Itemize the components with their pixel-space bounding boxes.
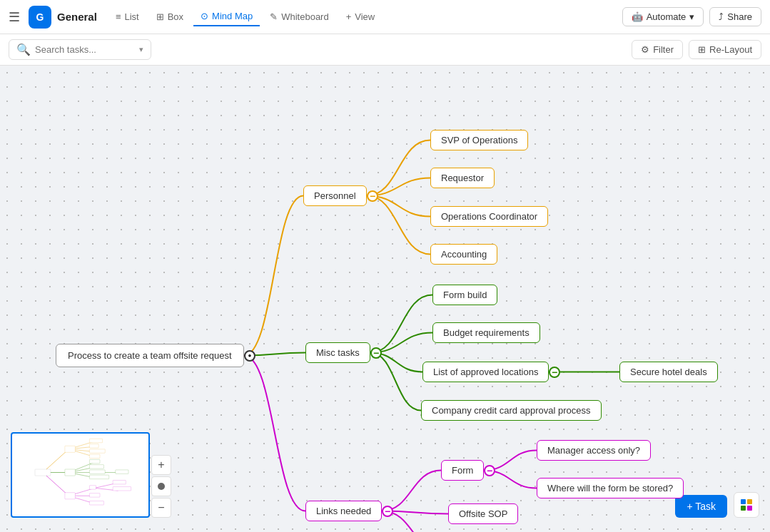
add-task-label: + Task bbox=[687, 501, 716, 512]
mindmap-node-budget[interactable]: Budget requirements bbox=[432, 322, 540, 343]
svg-rect-28 bbox=[89, 475, 108, 479]
list-icon: ≡ bbox=[116, 11, 121, 22]
mindmap-icon: ⊙ bbox=[201, 11, 208, 21]
tab-mindmap-label: Mind Map bbox=[212, 11, 253, 21]
grid-icon bbox=[739, 498, 754, 512]
mindmap-line-personnel-svp bbox=[367, 140, 430, 196]
svg-rect-21 bbox=[89, 439, 102, 442]
svg-rect-37 bbox=[741, 506, 746, 511]
svg-rect-36 bbox=[747, 499, 752, 504]
zoom-out-button[interactable]: − bbox=[151, 498, 171, 518]
svg-rect-23 bbox=[89, 449, 105, 453]
mindmap-line-personnel-accounting bbox=[367, 196, 430, 255]
automate-button[interactable]: 🤖 Automate ▾ bbox=[622, 7, 704, 26]
automate-label: Automate bbox=[647, 11, 687, 22]
tab-list[interactable]: ≡ List bbox=[108, 8, 146, 26]
add-task-button[interactable]: + Task bbox=[675, 495, 727, 518]
svg-rect-30 bbox=[89, 486, 96, 489]
header: ☰ G General ≡ List ⊞ Box ⊙ Mind Map ✎ Wh… bbox=[0, 0, 770, 34]
tab-mindmap[interactable]: ⊙ Mind Map bbox=[193, 7, 260, 26]
relayout-button[interactable]: ⊞ Re-Layout bbox=[689, 40, 761, 59]
search-input[interactable] bbox=[35, 44, 135, 55]
whiteboard-icon: ✎ bbox=[270, 11, 278, 22]
zoom-indicator bbox=[151, 476, 171, 496]
mindmap-line-links-form bbox=[382, 471, 441, 511]
menu-icon[interactable]: ☰ bbox=[9, 9, 20, 25]
automate-icon: 🤖 bbox=[632, 11, 643, 22]
filter-button[interactable]: ⚙ Filter bbox=[632, 40, 683, 59]
search-icon: 🔍 bbox=[16, 43, 31, 56]
mindmap-node-securehotel[interactable]: Secure hotel deals bbox=[619, 362, 718, 382]
svg-rect-29 bbox=[116, 470, 128, 474]
connector-personnel[interactable]: − bbox=[367, 190, 378, 202]
mindmap-line-misc-ccapproval bbox=[370, 353, 421, 411]
canvas: + − + Task Process to create a team offs… bbox=[0, 66, 770, 532]
share-button[interactable]: ⤴ Share bbox=[709, 7, 761, 26]
mindmap-node-form[interactable]: Form bbox=[441, 460, 484, 481]
app-title: General bbox=[57, 11, 97, 23]
minimap-inner bbox=[12, 434, 148, 516]
toolbar: 🔍 ▾ ⚙ Filter ⊞ Re-Layout bbox=[0, 34, 770, 66]
svg-line-0 bbox=[43, 449, 69, 473]
grid-view-button[interactable] bbox=[734, 492, 759, 518]
svg-line-11 bbox=[43, 473, 69, 496]
connector-approvedloc[interactable]: − bbox=[549, 367, 560, 378]
mindmap-node-requestor[interactable]: Requestor bbox=[430, 168, 495, 188]
connector-misc[interactable]: − bbox=[370, 347, 382, 359]
svg-rect-31 bbox=[89, 493, 100, 497]
share-label: Share bbox=[727, 11, 752, 22]
header-right: 🤖 Automate ▾ ⤴ Share bbox=[622, 7, 761, 26]
mindmap-node-offsite[interactable]: Offsite SOP bbox=[448, 503, 518, 524]
connector-root[interactable]: ● bbox=[244, 350, 255, 362]
mindmap-node-svp[interactable]: SVP of Operations bbox=[430, 130, 528, 150]
svg-rect-24 bbox=[89, 454, 100, 458]
mindmap-node-manageraccess[interactable]: Manager access only? bbox=[537, 440, 651, 461]
tab-box-label: Box bbox=[168, 11, 183, 22]
minimap bbox=[11, 432, 150, 518]
svg-rect-18 bbox=[65, 446, 76, 452]
svg-rect-35 bbox=[741, 499, 746, 504]
svg-rect-33 bbox=[113, 480, 126, 484]
tab-view-label: View bbox=[355, 11, 375, 22]
tab-whiteboard-label: Whiteboard bbox=[281, 11, 328, 22]
mindmap-node-ccapproval[interactable]: Company credit card approval process bbox=[421, 400, 602, 421]
connector-form[interactable]: − bbox=[484, 465, 495, 476]
svg-rect-34 bbox=[113, 487, 131, 491]
mindmap-line-root-links bbox=[244, 356, 305, 511]
svg-rect-20 bbox=[65, 493, 76, 499]
mindmap-node-accounting[interactable]: Accounting bbox=[430, 244, 497, 265]
svg-rect-27 bbox=[89, 470, 105, 474]
mindmap-node-formbuild[interactable]: Form build bbox=[432, 285, 497, 305]
tab-whiteboard[interactable]: ✎ Whiteboard bbox=[263, 8, 335, 26]
automate-chevron-icon: ▾ bbox=[689, 11, 694, 22]
mindmap-node-links[interactable]: Links needed bbox=[305, 501, 382, 521]
mindmap-node-opcoord[interactable]: Operations Coordinator bbox=[430, 206, 548, 227]
mindmap-node-formstored[interactable]: Where will the form be stored? bbox=[537, 478, 684, 498]
svg-rect-19 bbox=[65, 469, 76, 476]
tab-box[interactable]: ⊞ Box bbox=[149, 8, 191, 26]
connector-links[interactable]: − bbox=[382, 506, 393, 517]
minimap-svg bbox=[12, 434, 148, 516]
mindmap-node-approvedloc[interactable]: List of approved locations bbox=[422, 362, 549, 382]
filter-icon: ⚙ bbox=[641, 44, 649, 55]
mindmap-node-personnel[interactable]: Personnel bbox=[303, 185, 367, 206]
box-icon: ⊞ bbox=[156, 11, 164, 22]
zoom-in-button[interactable]: + bbox=[151, 455, 171, 475]
search-dropdown-icon[interactable]: ▾ bbox=[139, 45, 143, 54]
tab-view[interactable]: + View bbox=[339, 8, 383, 26]
svg-rect-25 bbox=[89, 459, 100, 463]
nav-tabs: ≡ List ⊞ Box ⊙ Mind Map ✎ Whiteboard + V… bbox=[108, 7, 382, 26]
mindmap-node-misc[interactable]: Misc tasks bbox=[305, 342, 370, 363]
relayout-label: Re-Layout bbox=[709, 44, 752, 55]
tab-list-label: List bbox=[124, 11, 138, 22]
mindmap-node-root[interactable]: Process to create a team offsite request bbox=[56, 344, 244, 367]
relayout-icon: ⊞ bbox=[698, 44, 706, 55]
zoom-controls: + − bbox=[151, 455, 171, 518]
svg-rect-17 bbox=[35, 469, 51, 476]
search-box[interactable]: 🔍 ▾ bbox=[9, 39, 151, 60]
toolbar-right: ⚙ Filter ⊞ Re-Layout bbox=[632, 40, 761, 59]
svg-rect-38 bbox=[747, 506, 752, 511]
svg-rect-22 bbox=[89, 444, 98, 448]
svg-rect-26 bbox=[89, 465, 103, 469]
mindmap-line-misc-formbuild bbox=[370, 295, 432, 353]
